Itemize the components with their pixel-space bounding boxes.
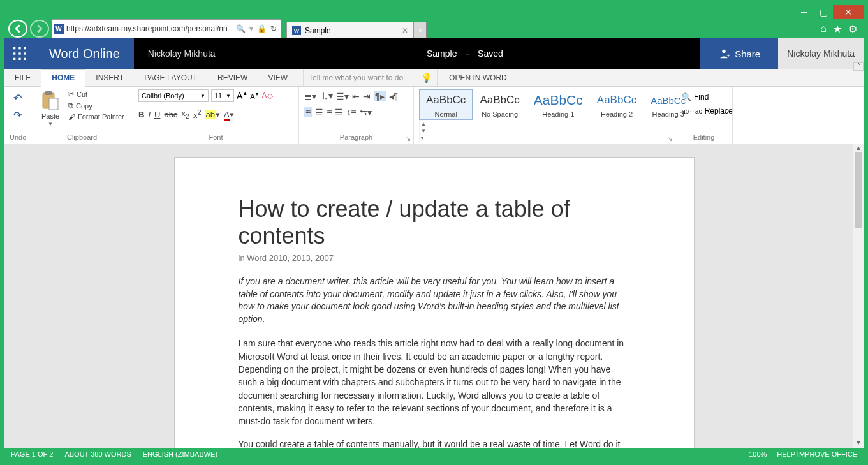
bold-button[interactable]: B [138,110,144,119]
doc-intro: If you are a document writer, this artic… [239,276,630,325]
tab-view[interactable]: VIEW [258,69,298,86]
align-center-button[interactable]: ☰ [315,107,323,117]
tab-home[interactable]: HOME [41,69,85,87]
doc-subtitle: in Word 2010, 2013, 2007 [239,253,630,263]
svg-rect-6 [13,58,15,60]
close-button[interactable]: ✕ [833,5,864,19]
home-icon[interactable]: ⌂ [820,23,827,34]
ltr-button[interactable]: ¶▸ [374,91,386,101]
redo-button[interactable]: ↷ [13,109,22,121]
tell-me-search[interactable]: Tell me what you want to do 💡 [303,69,437,86]
justify-button[interactable]: ☰ [335,107,343,117]
tab-file[interactable]: FILE [4,69,41,86]
italic-button[interactable]: I [148,110,151,119]
special-indent-button[interactable]: ⇆▾ [360,107,372,117]
style-heading-1[interactable]: AaBbCcHeading 1 [527,89,590,120]
favorites-icon[interactable]: ★ [833,23,842,35]
align-left-button[interactable]: ≡ [304,107,312,117]
clear-format-button[interactable]: A◇ [262,91,273,100]
open-in-word-button[interactable]: OPEN IN WORD [437,69,519,86]
app-name[interactable]: Word Online [35,38,134,69]
font-size-select[interactable]: 11▼ [211,89,234,102]
styles-scroll-up[interactable]: ▲ [421,121,668,127]
new-tab-button[interactable]: ▫ [414,22,427,38]
address-bar[interactable]: W 🔍▾ 🔒 ↻ [52,19,281,38]
shrink-font-button[interactable]: A▼ [250,92,259,100]
style-preview: AaBbCc [534,91,583,109]
browser-tab-active[interactable]: W Sample ✕ [286,22,414,38]
style-heading-3[interactable]: AaBbCcHeading 3 [644,89,693,120]
status-zoom[interactable]: 100% [749,450,767,458]
styles-more[interactable]: ▾ [421,135,668,141]
app-launcher-icon[interactable] [4,38,35,69]
vertical-scrollbar[interactable]: ▲ ▼ [853,144,864,448]
paragraph-launcher-icon[interactable]: ↘ [406,135,411,142]
word-favicon: W [292,26,301,35]
status-words[interactable]: ABOUT 380 WORDS [64,450,131,458]
forward-button[interactable] [30,20,49,38]
share-button[interactable]: + Share [700,38,778,69]
svg-rect-7 [18,58,20,60]
app-header: Word Online Nickolay Mikhuta Sample - Sa… [4,38,864,69]
svg-text:+: + [727,53,730,59]
doc-separator: - [466,48,469,59]
close-tab-icon[interactable]: ✕ [402,26,408,35]
numbering-button[interactable]: ⒈▾ [320,91,333,102]
document-name[interactable]: Sample [427,48,457,59]
tab-review[interactable]: REVIEW [207,69,258,86]
undo-button[interactable]: ↶ [13,92,22,104]
grow-font-button[interactable]: A▲ [237,91,247,101]
copy-button[interactable]: ⧉Copy [67,101,126,110]
style-heading-2[interactable]: AaBbCcHeading 2 [590,89,644,120]
svg-rect-2 [24,47,26,49]
url-input[interactable] [66,24,233,33]
line-spacing-button[interactable]: ↕≡ [346,107,356,117]
copy-icon: ⧉ [68,101,73,110]
underline-button[interactable]: U [154,110,160,119]
rtl-button[interactable]: ◂¶ [389,91,399,101]
styles-scroll-down[interactable]: ▼ [421,128,668,134]
tools-icon[interactable]: ⚙ [848,23,857,35]
group-label-undo: Undo [10,133,26,142]
tab-page-layout[interactable]: PAGE LAYOUT [134,69,207,86]
subscript-button[interactable]: x2 [181,108,189,120]
lightbulb-icon: 💡 [421,73,432,83]
collapse-ribbon-button[interactable]: ˄ [853,62,864,71]
maximize-button[interactable]: ▢ [814,5,833,19]
status-page[interactable]: PAGE 1 OF 2 [11,450,53,458]
group-label-editing: Editing [680,133,727,142]
doc-para-1: I am sure that everyone who reads this a… [239,337,630,427]
status-language[interactable]: ENGLISH (ZIMBABWE) [143,450,217,458]
superscript-button[interactable]: x2 [193,108,202,120]
lock-icon: 🔒 [257,24,267,33]
format-painter-button[interactable]: 🖌Format Painter [67,112,126,121]
scroll-down-icon[interactable]: ▼ [853,439,864,448]
paste-button[interactable]: Paste ▼ [36,89,64,128]
minimize-button[interactable]: ─ [795,5,814,19]
scroll-thumb[interactable] [855,152,862,228]
increase-indent-button[interactable]: ⇥ [363,91,371,101]
signed-in-user[interactable]: Nickolay Mikhuta [778,38,864,69]
back-button[interactable] [8,20,27,38]
font-color-button[interactable]: A▾ [224,110,234,119]
search-icon[interactable]: 🔍 [236,24,246,33]
group-label-paragraph: Paragraph [304,133,408,142]
page[interactable]: How to create / update a table of conten… [174,157,695,448]
multilevel-button[interactable]: ☰▾ [336,91,349,101]
cut-button[interactable]: ✂Cut [67,89,126,99]
refresh-icon[interactable]: ↻ [270,24,277,33]
style-no-spacing[interactable]: AaBbCcNo Spacing [473,89,526,120]
document-canvas: How to create / update a table of conten… [4,144,864,448]
decrease-indent-button[interactable]: ⇤ [352,91,360,101]
tab-insert[interactable]: INSERT [85,69,134,86]
highlight-button[interactable]: ab▾ [205,110,219,119]
styles-launcher-icon[interactable]: ↘ [667,135,672,142]
paste-icon [40,91,61,111]
font-name-select[interactable]: Calibri (Body)▼ [138,89,209,102]
style-name-label: Normal [434,110,457,118]
align-right-button[interactable]: ≡ [327,107,332,117]
status-help-improve[interactable]: HELP IMPROVE OFFICE [777,450,857,458]
style-normal[interactable]: AaBbCcNormal [419,89,473,120]
bullets-button[interactable]: ≣▾ [304,91,316,101]
strike-button[interactable]: abc [164,110,177,119]
